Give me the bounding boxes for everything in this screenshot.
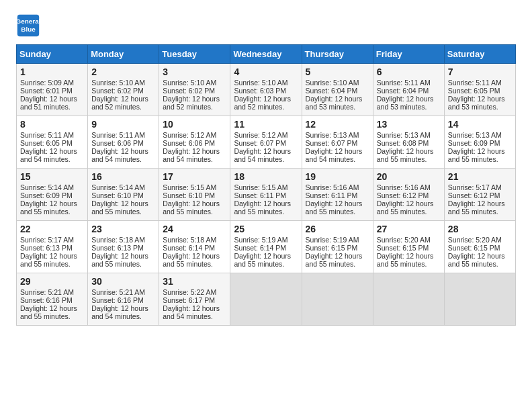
day-number: 26 xyxy=(306,224,369,234)
cell-info: and 54 minutes. xyxy=(163,155,226,163)
cell-info: and 54 minutes. xyxy=(163,312,226,320)
cell-info: and 55 minutes. xyxy=(448,260,512,268)
cell-info: and 55 minutes. xyxy=(234,260,298,268)
calendar-cell: 30Sunrise: 5:21 AMSunset: 6:16 PMDayligh… xyxy=(88,273,159,326)
cell-info: Sunrise: 5:16 AM xyxy=(377,183,441,191)
calendar-cell: 26Sunrise: 5:19 AMSunset: 6:15 PMDayligh… xyxy=(302,221,373,273)
calendar-cell: 15Sunrise: 5:14 AMSunset: 6:09 PMDayligh… xyxy=(17,169,88,221)
cell-info: Sunrise: 5:19 AM xyxy=(234,236,298,244)
day-number: 22 xyxy=(20,224,84,234)
day-header-thursday: Thursday xyxy=(302,45,373,64)
cell-info: Sunset: 6:06 PM xyxy=(91,139,155,147)
cell-info: Daylight: 12 hours xyxy=(163,304,226,312)
day-header-wednesday: Wednesday xyxy=(230,45,302,64)
day-number: 29 xyxy=(20,276,84,287)
cell-info: Sunset: 6:11 PM xyxy=(234,191,298,199)
calendar-cell: 21Sunrise: 5:17 AMSunset: 6:12 PMDayligh… xyxy=(444,169,515,221)
cell-info: Sunset: 6:06 PM xyxy=(163,139,226,147)
cell-info: Sunrise: 5:11 AM xyxy=(91,131,155,139)
cell-info: Daylight: 12 hours xyxy=(234,95,298,103)
cell-info: Sunrise: 5:18 AM xyxy=(163,236,226,244)
day-header-tuesday: Tuesday xyxy=(159,45,230,64)
cell-info: Sunrise: 5:19 AM xyxy=(306,236,369,244)
day-number: 12 xyxy=(306,119,369,130)
cell-info: Sunrise: 5:11 AM xyxy=(377,79,441,87)
cell-info: Sunrise: 5:16 AM xyxy=(306,183,369,191)
cell-info: and 54 minutes. xyxy=(306,155,369,163)
cell-info: Sunset: 6:16 PM xyxy=(20,296,84,304)
cell-info: and 55 minutes. xyxy=(91,260,155,268)
cell-info: Daylight: 12 hours xyxy=(377,95,441,103)
cell-info: and 55 minutes. xyxy=(306,260,369,268)
cell-info: Sunrise: 5:17 AM xyxy=(20,236,84,244)
cell-info: Sunset: 6:14 PM xyxy=(163,244,226,252)
cell-info: Sunset: 6:13 PM xyxy=(20,244,84,252)
day-number: 15 xyxy=(20,171,84,182)
day-header-saturday: Saturday xyxy=(444,45,515,64)
cell-info: and 52 minutes. xyxy=(234,103,298,111)
calendar-cell: 25Sunrise: 5:19 AMSunset: 6:14 PMDayligh… xyxy=(230,221,302,273)
cell-info: Daylight: 12 hours xyxy=(377,147,441,155)
calendar-cell: 11Sunrise: 5:12 AMSunset: 6:07 PMDayligh… xyxy=(230,116,302,169)
cell-info: Sunrise: 5:12 AM xyxy=(163,131,226,139)
cell-info: Sunrise: 5:15 AM xyxy=(163,183,226,191)
day-header-monday: Monday xyxy=(88,45,159,64)
calendar-cell: 14Sunrise: 5:13 AMSunset: 6:09 PMDayligh… xyxy=(444,116,515,169)
cell-info: Sunrise: 5:13 AM xyxy=(448,131,512,139)
cell-info: and 55 minutes. xyxy=(448,208,512,216)
cell-info: Sunset: 6:12 PM xyxy=(448,191,512,199)
cell-info: Sunset: 6:04 PM xyxy=(377,87,441,95)
cell-info: Daylight: 12 hours xyxy=(163,95,226,103)
calendar-cell: 5Sunrise: 5:10 AMSunset: 6:04 PMDaylight… xyxy=(302,64,373,116)
day-number: 28 xyxy=(448,224,512,234)
cell-info: Daylight: 12 hours xyxy=(306,95,369,103)
cell-info: Sunrise: 5:10 AM xyxy=(91,79,155,87)
cell-info: Sunset: 6:03 PM xyxy=(234,87,298,95)
cell-info: Daylight: 12 hours xyxy=(163,147,226,155)
logo-icon: General Blue xyxy=(16,13,40,38)
cell-info: Daylight: 12 hours xyxy=(377,252,441,260)
cell-info: Sunrise: 5:20 AM xyxy=(377,236,441,244)
cell-info: Sunrise: 5:22 AM xyxy=(163,288,226,296)
cell-info: Sunset: 6:05 PM xyxy=(448,87,512,95)
day-number: 1 xyxy=(20,66,84,77)
calendar-table: SundayMondayTuesdayWednesdayThursdayFrid… xyxy=(16,44,516,326)
cell-info: and 53 minutes. xyxy=(377,103,441,111)
cell-info: Sunrise: 5:18 AM xyxy=(91,236,155,244)
cell-info: and 55 minutes. xyxy=(163,208,226,216)
cell-info: Sunset: 6:17 PM xyxy=(163,296,226,304)
day-number: 30 xyxy=(91,276,155,287)
cell-info: Sunrise: 5:15 AM xyxy=(234,183,298,191)
cell-info: Sunset: 6:13 PM xyxy=(91,244,155,252)
day-number: 17 xyxy=(163,171,226,182)
calendar-cell: 7Sunrise: 5:11 AMSunset: 6:05 PMDaylight… xyxy=(444,64,515,116)
calendar-cell: 9Sunrise: 5:11 AMSunset: 6:06 PMDaylight… xyxy=(88,116,159,169)
day-number: 27 xyxy=(377,224,441,234)
calendar-cell: 20Sunrise: 5:16 AMSunset: 6:12 PMDayligh… xyxy=(373,169,444,221)
calendar-cell: 2Sunrise: 5:10 AMSunset: 6:02 PMDaylight… xyxy=(88,64,159,116)
cell-info: Sunrise: 5:21 AM xyxy=(91,288,155,296)
day-number: 16 xyxy=(91,171,155,182)
day-number: 4 xyxy=(234,66,298,77)
cell-info: Daylight: 12 hours xyxy=(91,304,155,312)
day-number: 25 xyxy=(234,224,298,234)
cell-info: Sunset: 6:16 PM xyxy=(91,296,155,304)
cell-info: Daylight: 12 hours xyxy=(91,252,155,260)
calendar-cell: 22Sunrise: 5:17 AMSunset: 6:13 PMDayligh… xyxy=(17,221,88,273)
cell-info: Sunrise: 5:14 AM xyxy=(91,183,155,191)
cell-info: Sunrise: 5:10 AM xyxy=(306,79,369,87)
day-number: 23 xyxy=(91,224,155,234)
calendar-cell: 23Sunrise: 5:18 AMSunset: 6:13 PMDayligh… xyxy=(88,221,159,273)
cell-info: Sunrise: 5:09 AM xyxy=(20,79,84,87)
cell-info: and 54 minutes. xyxy=(91,312,155,320)
cell-info: and 55 minutes. xyxy=(448,155,512,163)
cell-info: and 55 minutes. xyxy=(91,208,155,216)
cell-info: and 52 minutes. xyxy=(91,103,155,111)
cell-info: Sunrise: 5:10 AM xyxy=(234,79,298,87)
day-number: 2 xyxy=(91,66,155,77)
cell-info: Daylight: 12 hours xyxy=(448,252,512,260)
cell-info: Daylight: 12 hours xyxy=(163,199,226,208)
cell-info: Sunset: 6:02 PM xyxy=(163,87,226,95)
cell-info: Sunset: 6:05 PM xyxy=(20,139,84,147)
day-number: 10 xyxy=(163,119,226,130)
